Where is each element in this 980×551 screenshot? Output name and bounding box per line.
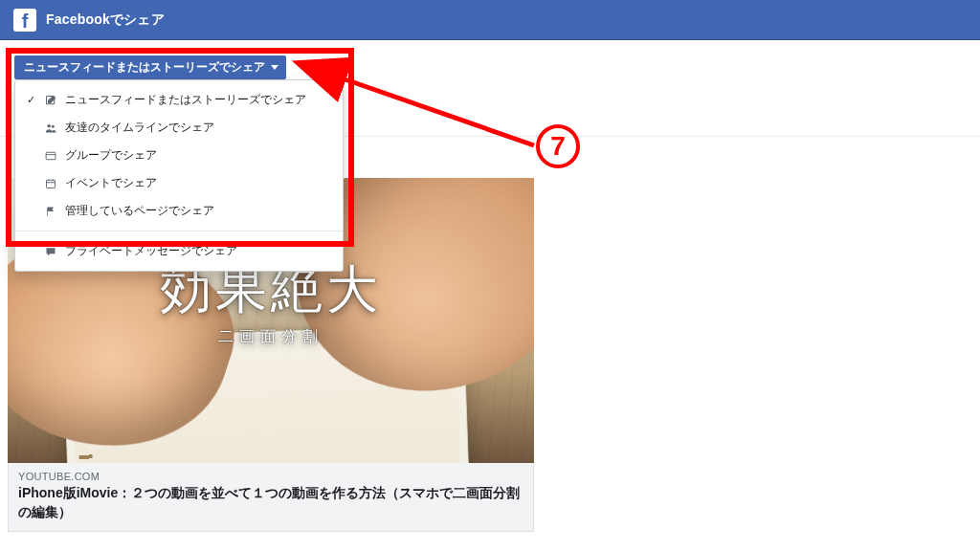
overlay-sub: 二画面分割	[218, 327, 323, 347]
compose-icon	[44, 95, 57, 106]
menu-item-label: イベントでシェア	[65, 175, 157, 191]
menu-item-managed-page[interactable]: ✓ 管理しているページでシェア	[15, 197, 343, 225]
dialog-title: Facebookでシェア	[46, 11, 165, 29]
share-destination-menu: ✓ ニュースフィードまたはストーリーズでシェア ✓ 友達のタイムラインでシェア …	[14, 79, 344, 272]
share-destination-button[interactable]: ニュースフィードまたはストーリーズでシェア	[14, 55, 286, 79]
event-icon	[44, 178, 57, 189]
flag-icon	[44, 206, 57, 217]
caret-down-icon	[271, 65, 278, 70]
menu-item-private-message[interactable]: ✓ プライベートメッセージでシェア	[15, 237, 343, 265]
message-icon	[44, 246, 57, 257]
share-destination-label: ニュースフィードまたはストーリーズでシェア	[24, 59, 265, 76]
menu-item-label: 友達のタイムラインでシェア	[65, 120, 214, 136]
friends-icon	[44, 122, 57, 134]
menu-item-event[interactable]: ✓ イベントでシェア	[15, 169, 343, 197]
annotation-number-7: 7	[536, 124, 580, 168]
menu-item-friend-timeline[interactable]: ✓ 友達のタイムラインでシェア	[15, 114, 343, 142]
group-icon	[44, 150, 57, 162]
facebook-logo-icon: f	[13, 9, 36, 32]
svg-rect-3	[46, 152, 56, 160]
menu-item-label: ニュースフィードまたはストーリーズでシェア	[65, 92, 306, 108]
menu-divider	[15, 231, 343, 231]
dialog-header: f Facebookでシェア	[0, 0, 980, 40]
link-preview-title: iPhone版iMovie：２つの動画を並べて１つの動画を作る方法（スマホで二画…	[18, 484, 523, 521]
menu-item-label: グループでシェア	[65, 147, 157, 164]
menu-item-label: プライベートメッセージでシェア	[65, 243, 237, 259]
svg-point-1	[47, 123, 51, 127]
svg-point-2	[52, 124, 55, 127]
check-icon: ✓	[25, 94, 36, 106]
svg-rect-4	[47, 180, 56, 187]
menu-item-group[interactable]: ✓ グループでシェア	[15, 142, 343, 169]
link-preview-domain: YOUTUBE.COM	[18, 471, 523, 482]
link-preview-meta: YOUTUBE.COM iPhone版iMovie：２つの動画を並べて１つの動画…	[8, 463, 534, 532]
menu-item-label: 管理しているページでシェア	[65, 203, 214, 219]
menu-item-newsfeed-stories[interactable]: ✓ ニュースフィードまたはストーリーズでシェア	[15, 86, 343, 114]
